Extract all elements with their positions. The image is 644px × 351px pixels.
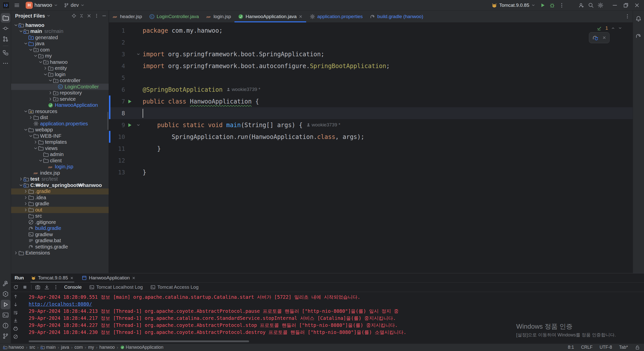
run-gutter-slot[interactable]	[125, 122, 134, 128]
chevron-right-icon[interactable]	[23, 195, 28, 200]
tree-item-entity[interactable]: entity	[11, 65, 109, 72]
tree-item-service[interactable]: service	[11, 96, 109, 102]
chevron-right-icon[interactable]	[23, 201, 28, 206]
console-tab-tomcat-access-log[interactable]: Tomcat Access Log	[148, 284, 201, 290]
tree-item-src[interactable]: src	[11, 213, 109, 219]
more-vertical-icon[interactable]	[94, 13, 99, 18]
chevron-down-icon[interactable]	[33, 54, 38, 58]
chevron-down-icon[interactable]	[43, 72, 48, 77]
chevron-down-icon[interactable]	[23, 127, 28, 132]
tree-item-my[interactable]: my	[11, 53, 109, 59]
chevron-down-icon[interactable]	[38, 158, 43, 163]
tree-item-.gitignore[interactable]: .gitignore	[11, 219, 109, 225]
tree-item-resources[interactable]: resources	[11, 108, 109, 115]
search-everywhere-button[interactable]	[586, 1, 596, 10]
tree-item-gradlew[interactable]: gradlew	[11, 231, 109, 238]
close-icon[interactable]	[70, 276, 74, 280]
tree-item-java[interactable]: java	[11, 41, 109, 47]
run-tab-hanwooapplication[interactable]: HanwooApplication	[81, 273, 136, 282]
tool-button-structure[interactable]	[1, 48, 10, 58]
code-line-5[interactable]: 5	[109, 72, 633, 84]
code-line-13[interactable]: 13}	[109, 166, 633, 178]
up-arrow-icon[interactable]	[13, 294, 18, 299]
code-line-1[interactable]: 1package com.my.hanwoo;	[109, 25, 633, 36]
console-tab-tomcat-localhost-log[interactable]: Tomcat Localhost Log	[87, 284, 145, 290]
code-editor[interactable]: 1 1package com.my.hanwoo;23import org.sp…	[109, 23, 633, 273]
fold-gutter-slot[interactable]	[134, 123, 143, 127]
chevron-down-icon[interactable]	[28, 47, 33, 52]
tool-button-notifications-bell[interactable]	[634, 14, 643, 24]
breadcrumb-my[interactable]: my	[88, 345, 94, 350]
tree-item-build.gradle[interactable]: build.gradle	[11, 225, 109, 232]
console-tab-console[interactable]: Console	[62, 284, 84, 290]
chevron-right-icon[interactable]	[23, 208, 28, 212]
breadcrumb-com[interactable]: com	[74, 345, 83, 350]
chevron-right-icon[interactable]	[48, 90, 53, 95]
code-line-2[interactable]: 2	[109, 36, 633, 48]
project-widget[interactable]: H hanwoo	[24, 1, 60, 10]
scroll-end-icon[interactable]	[13, 318, 18, 323]
tree-item-hanwooapplication[interactable]: HanwooApplication	[11, 102, 109, 109]
breadcrumb-main[interactable]: main	[41, 345, 56, 350]
more-vertical-icon[interactable]	[625, 14, 630, 19]
chevron-down-icon[interactable]	[14, 23, 18, 28]
code-line-8[interactable]: 8	[109, 107, 633, 119]
tree-item-views[interactable]: views	[11, 145, 109, 152]
code-line-12[interactable]: 12	[109, 155, 633, 166]
tree-scrollbar[interactable]	[107, 112, 108, 130]
breadcrumb-java[interactable]: java	[61, 345, 69, 350]
tree-item-settings.gradle[interactable]: settings.gradle	[11, 244, 109, 250]
settings-button[interactable]	[596, 1, 605, 10]
tree-item-admin[interactable]: admin	[11, 152, 109, 158]
tree-item-login[interactable]: login	[11, 71, 109, 78]
tool-button-run-play[interactable]	[1, 300, 10, 309]
tree-item-login.jsp[interactable]: JSPlogin.jsp	[11, 164, 109, 170]
minimize-button[interactable]	[609, 1, 620, 10]
debug-button[interactable]	[547, 1, 557, 10]
tool-button-gradle[interactable]	[634, 31, 643, 41]
chevron-down-icon[interactable]	[38, 60, 43, 65]
encoding[interactable]: UTF-8	[599, 345, 612, 350]
fold-gutter-slot[interactable]	[134, 52, 143, 56]
tree-item-controller[interactable]: controller	[11, 78, 109, 84]
indent-style[interactable]: Tab*	[619, 345, 628, 350]
tree-item-application.properties[interactable]: application.properties	[11, 121, 109, 127]
tool-button-pull-request[interactable]	[1, 34, 10, 44]
chevron-right-icon[interactable]	[14, 250, 18, 255]
console-link[interactable]: http://localhost:8080/	[29, 300, 644, 308]
more-vertical-icon[interactable]	[53, 284, 59, 290]
tree-item-index.jsp[interactable]: JSPindex.jsp	[11, 170, 109, 176]
tree-item-gradlew.bat[interactable]: gradlew.bat	[11, 238, 109, 244]
breadcrumb-src[interactable]: src	[29, 345, 35, 350]
branch-widget[interactable]: dev	[62, 1, 87, 9]
tool-button-commit[interactable]	[1, 24, 10, 33]
caret-position[interactable]: 8:1	[568, 345, 574, 350]
editor-tab-logincontroller.java[interactable]: CLoginController.java	[146, 11, 203, 22]
more-actions-button[interactable]	[557, 1, 567, 10]
hide-icon[interactable]	[102, 13, 107, 18]
tree-item-repository[interactable]: repository	[11, 90, 109, 96]
tool-button-problems[interactable]	[1, 321, 10, 330]
code-line-9[interactable]: 9 public static void main(String[] args)…	[109, 119, 633, 131]
run-tab-tomcat.9.0.85[interactable]: Tomcat.9.0.85	[30, 273, 74, 282]
code-line-3[interactable]: 3import org.springframework.boot.SpringA…	[109, 48, 633, 60]
tree-item-.gradle[interactable]: .gradle	[11, 188, 109, 195]
editor-tab-header.jsp[interactable]: JSPheader.jsp	[109, 11, 146, 22]
clear-icon[interactable]	[13, 334, 18, 339]
code-line-10[interactable]: 10 SpringApplication.run(HanwooApplicati…	[109, 131, 633, 143]
code-with-me-button[interactable]	[577, 1, 586, 10]
editor-tab-hanwooapplication.java[interactable]: HanwooApplication.java	[234, 11, 306, 22]
play-green-icon[interactable]	[127, 122, 133, 128]
chevron-down-icon[interactable]	[19, 183, 23, 188]
tree-item-web-inf[interactable]: WEB-INF	[11, 133, 109, 139]
tree-item-logincontroller[interactable]: CLoginController	[11, 84, 109, 90]
code-line-7[interactable]: 7public class HanwooApplication {	[109, 95, 633, 107]
tree-item-templates[interactable]: templates	[11, 139, 109, 145]
chevron-down-icon[interactable]	[23, 109, 28, 114]
tool-button-branch[interactable]	[1, 331, 10, 341]
tree-item-out[interactable]: out	[11, 207, 109, 213]
code-line-6[interactable]: 6@SpringBootApplicationwookie3739 *	[109, 84, 633, 95]
tree-item-webapp[interactable]: webapp	[11, 127, 109, 133]
line-ending[interactable]: CRLF	[581, 345, 593, 350]
stop-icon[interactable]	[22, 284, 28, 290]
